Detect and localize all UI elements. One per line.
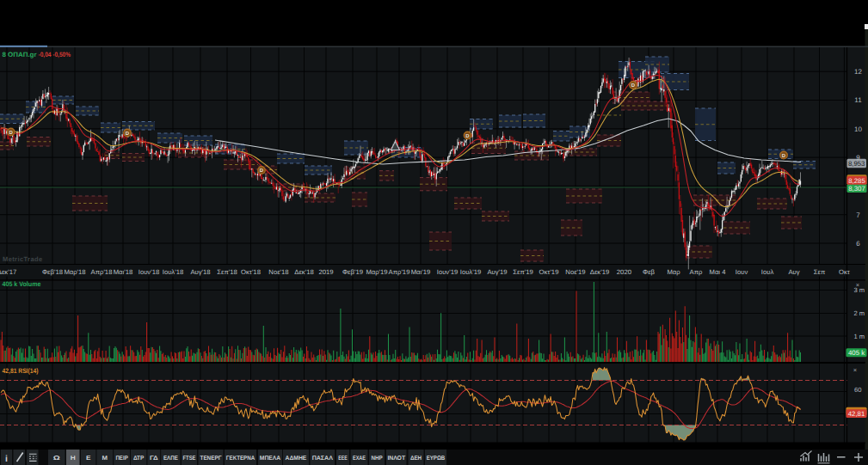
svg-text:D: D xyxy=(260,168,264,174)
svg-text:Ιουλ'19: Ιουλ'19 xyxy=(460,268,481,276)
svg-text:H: H xyxy=(71,456,76,462)
svg-text:8 ΟΠΑΠ.gr: 8 ΟΠΑΠ.gr xyxy=(3,51,37,58)
svg-text:×: × xyxy=(856,281,859,289)
svg-text:12: 12 xyxy=(854,68,862,76)
svg-text:D: D xyxy=(9,130,14,136)
svg-text:ΕΛΠΕ: ΕΛΠΕ xyxy=(163,456,178,462)
svg-text:M: M xyxy=(102,456,108,462)
svg-text:ΝΗΡ: ΝΗΡ xyxy=(371,456,382,462)
svg-text:Απρ'19: Απρ'19 xyxy=(389,268,410,276)
svg-text:Αυγ'19: Αυγ'19 xyxy=(487,268,507,276)
svg-text:ΕΧΑΕ: ΕΧΑΕ xyxy=(353,456,366,462)
svg-text:Φεβ'19: Φεβ'19 xyxy=(342,268,363,276)
svg-text:Ω: Ω xyxy=(53,456,61,462)
svg-text:Φεβ'18: Φεβ'18 xyxy=(42,268,63,276)
svg-text:Δεκ'17: Δεκ'17 xyxy=(0,268,16,276)
svg-text:Οκτ'19: Οκτ'19 xyxy=(539,268,559,276)
svg-text:Ιουν: Ιουν xyxy=(736,268,748,276)
svg-text:Φεβ: Φεβ xyxy=(643,268,656,276)
svg-text:ΑΔΜΗΕ: ΑΔΜΗΕ xyxy=(286,456,307,462)
svg-text:Αυγ'18: Αυγ'18 xyxy=(190,268,210,276)
svg-text:42,81 RSI(14): 42,81 RSI(14) xyxy=(3,367,39,375)
svg-text:×: × xyxy=(853,366,857,374)
svg-text:Μαι'19: Μαι'19 xyxy=(411,268,431,276)
svg-text:7: 7 xyxy=(856,211,860,219)
svg-text:Απρ'18: Απρ'18 xyxy=(91,268,113,276)
svg-text:E: E xyxy=(86,456,91,462)
svg-text:2020: 2020 xyxy=(617,268,631,276)
svg-text:8,285: 8,285 xyxy=(848,177,865,185)
svg-text:8,307: 8,307 xyxy=(848,185,865,193)
svg-text:FTSE: FTSE xyxy=(183,456,196,462)
svg-text:ΠΑΣΑΛ: ΠΑΣΑΛ xyxy=(312,456,334,462)
svg-text:D: D xyxy=(465,133,470,139)
svg-text:ΤΕΝΕΡΓ: ΤΕΝΕΡΓ xyxy=(200,456,223,462)
svg-text:Απρ: Απρ xyxy=(690,268,703,276)
svg-text:Οκτ'18: Οκτ'18 xyxy=(241,268,261,276)
svg-text:60: 60 xyxy=(854,386,861,394)
svg-text:Αυγ: Αυγ xyxy=(788,268,799,276)
svg-text:Νοε'18: Νοε'18 xyxy=(268,268,288,276)
svg-text:Μαρ'19: Μαρ'19 xyxy=(366,268,387,276)
svg-text:ΓΔ: ΓΔ xyxy=(150,456,158,462)
svg-text:MetricTrade: MetricTrade xyxy=(3,255,43,263)
svg-text:D: D xyxy=(126,131,130,137)
svg-text:1 m: 1 m xyxy=(854,333,865,340)
svg-text:ΙΝΛΟΤ: ΙΝΛΟΤ xyxy=(387,456,405,462)
svg-text:D: D xyxy=(782,153,786,159)
svg-text:2019: 2019 xyxy=(318,268,333,276)
svg-text:ΕΕΕ: ΕΕΕ xyxy=(338,456,348,462)
svg-text:-0,04 -0,50%: -0,04 -0,50% xyxy=(39,51,71,58)
svg-text:Σεπ'18: Σεπ'18 xyxy=(217,268,237,276)
svg-text:Σεπ'19: Σεπ'19 xyxy=(513,268,533,276)
svg-text:405 k Volume: 405 k Volume xyxy=(3,280,42,288)
svg-text:ΕΥΡΩΒ: ΕΥΡΩΒ xyxy=(427,456,446,462)
svg-text:ΠΕΙΡ: ΠΕΙΡ xyxy=(115,456,128,462)
svg-text:8,953: 8,953 xyxy=(848,160,865,168)
svg-text:ΔΕΗ: ΔΕΗ xyxy=(410,456,422,462)
svg-text:Μαρ: Μαρ xyxy=(667,268,680,276)
svg-text:ΜΠΕΛΑ: ΜΠΕΛΑ xyxy=(260,456,280,462)
svg-text:Ιουλ'18: Ιουλ'18 xyxy=(163,268,183,276)
svg-text:42,81: 42,81 xyxy=(848,410,865,418)
svg-text:Ιουν'19: Ιουν'19 xyxy=(437,268,458,276)
svg-text:ΓΕΚΤΕΡΝΑ: ΓΕΚΤΕΡΝΑ xyxy=(226,456,255,462)
svg-text:ΔΤΡ: ΔΤΡ xyxy=(133,456,145,462)
svg-text:D: D xyxy=(631,83,636,89)
svg-text:Δεκ'19: Δεκ'19 xyxy=(590,268,609,276)
svg-text:Νοε'19: Νοε'19 xyxy=(565,268,585,276)
svg-text:Οκτ: Οκτ xyxy=(839,268,850,276)
svg-text:Μαι'18: Μαι'18 xyxy=(114,268,133,276)
svg-text:Δεκ'18: Δεκ'18 xyxy=(294,268,313,276)
svg-text:6: 6 xyxy=(856,240,860,248)
svg-text:Σεπ: Σεπ xyxy=(814,268,825,276)
svg-text:Μαι 4: Μαι 4 xyxy=(710,268,727,276)
svg-text:Ιουν'18: Ιουν'18 xyxy=(139,268,159,276)
svg-text:i: i xyxy=(5,454,8,464)
svg-text:Ιουλ: Ιουλ xyxy=(761,268,774,276)
svg-text:11: 11 xyxy=(854,96,862,104)
svg-text:Μαρ'18: Μαρ'18 xyxy=(64,268,85,276)
svg-text:10: 10 xyxy=(854,125,862,133)
svg-text:405 k: 405 k xyxy=(848,349,865,357)
svg-text:2 m: 2 m xyxy=(854,309,865,317)
